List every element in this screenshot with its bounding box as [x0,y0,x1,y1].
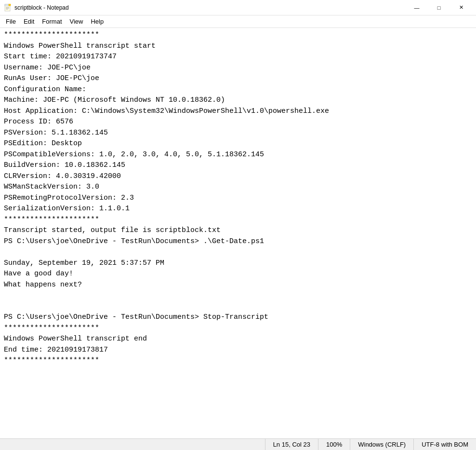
window-controls: — □ ✕ [406,0,472,15]
maximize-button[interactable]: □ [428,0,450,15]
status-bar: Ln 15, Col 23 100% Windows (CRLF) UTF-8 … [0,438,476,450]
menu-help[interactable]: Help [87,16,107,27]
title-bar-left: scriptblock - Notepad [4,4,69,12]
encoding: UTF-8 with BOM [413,439,476,450]
menu-view[interactable]: View [66,16,87,27]
menu-bar: File Edit Format View Help [0,15,476,28]
menu-format[interactable]: Format [38,16,66,27]
line-ending: Windows (CRLF) [350,439,413,450]
zoom-level: 100% [318,439,350,450]
menu-file[interactable]: File [2,16,20,27]
menu-edit[interactable]: Edit [20,16,38,27]
editor-container: ********************** Windows PowerShel… [0,28,476,438]
cursor-position: Ln 15, Col 23 [265,439,318,450]
close-button[interactable]: ✕ [450,0,472,15]
notepad-app-icon [4,4,12,12]
svg-rect-5 [9,4,11,6]
title-bar: scriptblock - Notepad — □ ✕ [0,0,476,15]
text-editor[interactable]: ********************** Windows PowerShel… [0,28,476,438]
minimize-button[interactable]: — [406,0,428,15]
window-title: scriptblock - Notepad [14,4,69,11]
